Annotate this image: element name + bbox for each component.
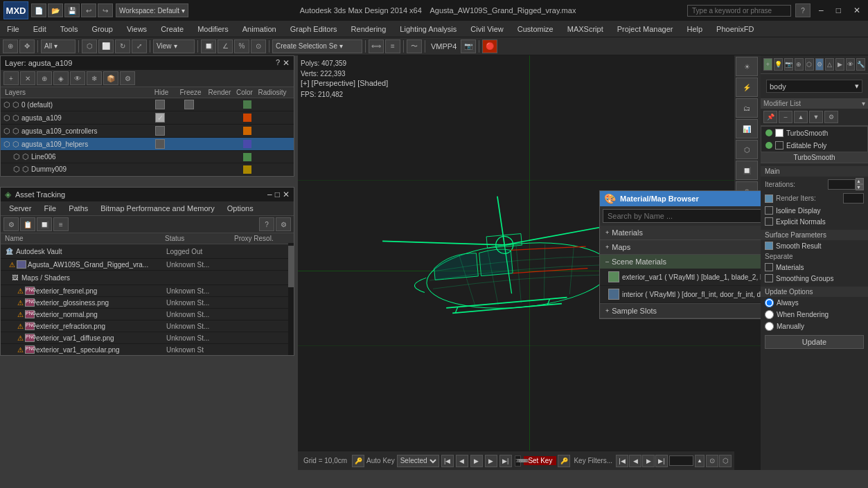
mp-mod-editablepoly[interactable]: Editable Poly [761, 139, 867, 152]
menu-maxscript[interactable]: MAXScript [560, 23, 610, 35]
search-input[interactable] [687, 5, 791, 17]
select-obj-icon[interactable]: ⬡ [82, 39, 97, 53]
vp-icon-4[interactable]: 📊 [736, 119, 758, 138]
timeline-track[interactable]: 750 760 770 780 790 800 810 [515, 455, 522, 467]
mp-space-icon[interactable]: ⬡ [805, 58, 814, 71]
vp-icon-3[interactable]: 🗂 [736, 98, 758, 118]
asset-titlebar[interactable]: ◈ Asset Tracking – □ ✕ [1, 188, 294, 201]
menu-customize[interactable]: Customize [511, 23, 560, 35]
tc-record-start[interactable]: |◀ [616, 455, 628, 467]
mp-configure-icon[interactable]: ⚙ [824, 111, 838, 123]
layer-row-selected[interactable]: ⬡⬡ agusta_a109_helpers [1, 138, 294, 151]
mp-modify-icon[interactable]: ⚙ [815, 58, 824, 71]
mp-cam-icon[interactable]: 📷 [784, 58, 793, 71]
frame-input[interactable]: 0 [669, 455, 693, 466]
mp-iter-up[interactable]: ▲ [856, 178, 864, 184]
layer-hide-check[interactable] [155, 139, 165, 149]
menu-group[interactable]: Group [85, 23, 120, 35]
new-icon[interactable]: 📄 [31, 3, 46, 17]
vp-icon-6[interactable]: 🔲 [736, 161, 758, 180]
mp-smooth-check[interactable] [765, 242, 773, 250]
asset-tb-icon-2[interactable]: 📋 [20, 217, 35, 231]
percent-snap-icon[interactable]: % [234, 39, 249, 53]
menu-project[interactable]: Project Manager [610, 23, 680, 35]
tc-record-end[interactable]: ▶| [655, 455, 668, 467]
mat-search-input[interactable] [603, 209, 761, 223]
layer-color-swatch[interactable] [243, 127, 251, 135]
mp-always-radio[interactable] [765, 298, 774, 307]
asset-settings-icon[interactable]: ⚙ [276, 217, 291, 231]
asset-row[interactable]: 🏦 Autodesk Vault Logged Out [1, 244, 294, 259]
spinner-icon[interactable]: ⊙ [251, 39, 266, 53]
mp-motion-icon[interactable]: ▶ [835, 58, 844, 71]
layers-new-icon[interactable]: + [3, 71, 19, 85]
layers-sel-icon[interactable]: ◈ [53, 71, 69, 85]
asset-minimize-button[interactable]: – [267, 190, 272, 199]
align-icon[interactable]: ≡ [385, 39, 400, 53]
workspace-dropdown[interactable]: Workspace: Default ▾ [116, 3, 188, 17]
mp-mod-check-editablepoly[interactable] [775, 141, 783, 150]
layers-options-icon[interactable]: ⚙ [120, 71, 135, 85]
tc-key-icon2[interactable]: 🔑 [558, 455, 570, 467]
menu-edit[interactable]: Edit [26, 23, 53, 35]
layers-question-icon[interactable]: ? [276, 58, 280, 68]
move-icon[interactable]: ✥ [19, 39, 35, 53]
mat-section-sample-header[interactable]: + Sample Slots [600, 304, 761, 318]
menu-modifiers[interactable]: Modifiers [191, 23, 236, 35]
asset-menu-paths[interactable]: Paths [63, 203, 94, 214]
asset-menu-server[interactable]: Server [3, 203, 37, 214]
menu-help[interactable]: Help [680, 23, 709, 35]
layer-row[interactable]: ⬡⬡ Dummy009 [1, 163, 294, 176]
mp-update-button[interactable]: Update [765, 335, 864, 349]
autokey-select[interactable]: Selected [397, 455, 439, 467]
setkey-button[interactable]: Set Key [524, 456, 556, 465]
tc-frame-up[interactable]: ▲ [695, 455, 705, 467]
tc-next-frame[interactable]: ▶ [485, 455, 497, 467]
snap-icon[interactable]: 🔲 [201, 39, 216, 53]
asset-scrollbar[interactable] [288, 243, 294, 355]
asset-tb-icon-1[interactable]: ⚙ [3, 217, 19, 231]
asset-row[interactable]: ⚠ PNG exterior_var1_diffuse.png Unknown … [1, 332, 294, 344]
tc-record-prev[interactable]: ◀ [629, 455, 641, 467]
layer-hide-check[interactable] [155, 100, 165, 109]
layer-row[interactable]: ⬡⬡ agusta_a109_controllers [1, 125, 294, 138]
tc-prev-key[interactable]: |◀ [441, 455, 454, 467]
layers-delete-icon[interactable]: ✕ [20, 71, 35, 85]
region-select-icon[interactable]: ⬜ [98, 39, 114, 53]
vp-icon-5[interactable]: ⬡ [736, 140, 758, 159]
asset-row[interactable]: ⚠ PNG exterior_fresnel.png Unknown St... [1, 285, 294, 297]
mp-manually-radio[interactable] [765, 322, 774, 331]
redo-icon[interactable]: ↪ [98, 3, 113, 17]
tc-record-next[interactable]: ▶ [642, 455, 655, 467]
mp-light-icon[interactable]: 💡 [774, 58, 783, 71]
menu-file[interactable]: File [0, 23, 26, 35]
mp-up-icon[interactable]: ▲ [794, 111, 808, 123]
mp-iterations-input[interactable]: 0 [828, 179, 856, 190]
asset-menu-bitmap[interactable]: Bitmap Performance and Memory [95, 203, 220, 214]
mp-iter-down[interactable]: ▼ [856, 184, 864, 190]
vp-icon-2[interactable]: ⚡ [736, 78, 758, 97]
layers-freeze-icon[interactable]: ❄ [87, 71, 102, 85]
asset-help-icon[interactable]: ? [259, 217, 274, 231]
mp-display-icon[interactable]: 👁 [846, 58, 855, 71]
menu-graph-editors[interactable]: Graph Editors [283, 23, 344, 35]
asset-scrollbar-thumb[interactable] [288, 246, 294, 287]
layer-color-swatch[interactable] [243, 140, 251, 148]
asset-row[interactable]: ⚠ PNG exterior_refraction.png Unknown St… [1, 320, 294, 332]
layers-add-sel-icon[interactable]: ⊕ [37, 71, 52, 85]
mp-create-icon[interactable]: + [763, 58, 772, 71]
mat-item-exterior[interactable]: exterior_var1 ( VRayMtl ) [blade_1, blad… [600, 269, 761, 286]
selection-set-dropdown[interactable]: Create Selection Se▾ [272, 39, 362, 53]
key-filters-button[interactable]: Key Filters... [572, 457, 614, 464]
layer-color-swatch[interactable] [243, 153, 251, 161]
layer-color-swatch[interactable] [243, 100, 251, 109]
layer-row[interactable]: ⬡⬡ agusta_a109 ✓ [1, 111, 294, 125]
mp-remove-icon[interactable]: – [779, 111, 792, 123]
mat-section-maps-header[interactable]: + Maps [600, 240, 761, 254]
layer-row[interactable]: ⬡⬡ Line006 [1, 151, 294, 163]
asset-maximize-button[interactable]: □ [275, 190, 280, 199]
layers-render-icon[interactable]: 📦 [103, 71, 118, 85]
mp-isoline-check[interactable] [765, 206, 773, 215]
curve-icon[interactable]: 〜 [407, 39, 422, 53]
angle-snap-icon[interactable]: ∠ [218, 39, 233, 53]
